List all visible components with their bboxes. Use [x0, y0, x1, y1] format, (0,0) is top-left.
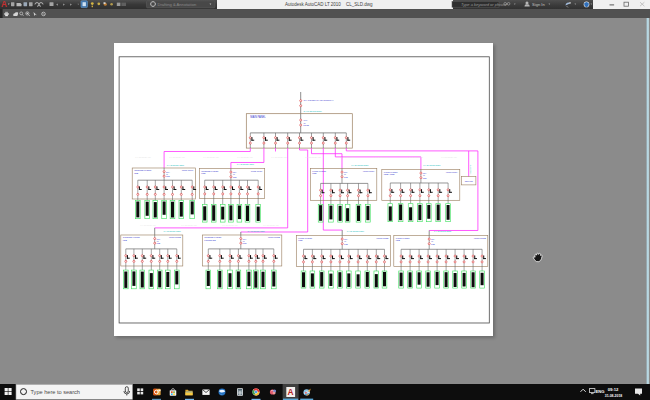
svg-text:GROUND FLOOR: GROUND FLOOR — [134, 169, 151, 171]
svg-text:1 X 2.5 Sq 20A SP: 1 X 2.5 Sq 20A SP — [407, 155, 423, 157]
svg-text:LDB: LDB — [134, 171, 139, 173]
svg-text:MCB: MCB — [166, 175, 171, 177]
svg-text:A: A — [288, 387, 294, 397]
svg-text:Incmg 7P63A: Incmg 7P63A — [181, 169, 194, 171]
svg-text:MCB: MCB — [232, 175, 237, 177]
svg-text:3 X 35 Sq.mm Cable: 3 X 35 Sq.mm Cable — [236, 163, 253, 165]
svg-text:FIRST FLOOR: FIRST FLOOR — [395, 236, 409, 238]
svg-text:1 X 2.5 Sq 20A SP: 1 X 2.5 Sq 20A SP — [169, 155, 185, 157]
svg-text:FIRST FLOOR: FIRST FLOOR — [298, 236, 312, 238]
svg-text:1 X 2.5 Sq 20A SP: 1 X 2.5 Sq 20A SP — [222, 223, 238, 225]
svg-text:1 X 2.5 Sq 20A SP: 1 X 2.5 Sq 20A SP — [271, 155, 287, 157]
svg-text:1 X 2.5 Sq 20A SP: 1 X 2.5 Sq 20A SP — [181, 223, 197, 225]
svg-text:GROUND FLOOR: GROUND FLOOR — [201, 169, 218, 171]
svg-text:1 X 2.5 Sq 20A SP: 1 X 2.5 Sq 20A SP — [140, 223, 156, 225]
svg-text:Incmg 7P63B: Incmg 7P63B — [268, 236, 281, 238]
svg-text:3 X 70 Sq.mm Cable: 3 X 70 Sq.mm Cable — [303, 109, 322, 111]
svg-text:1 X 2.5 Sq 20A SP: 1 X 2.5 Sq 20A SP — [237, 155, 253, 157]
svg-text:1 X 2.5 Sq 20A SP: 1 X 2.5 Sq 20A SP — [339, 155, 355, 157]
svg-text:GROUND FLOOR: GROUND FLOOR — [122, 236, 139, 238]
svg-text:GEN LINE: GEN LINE — [464, 179, 473, 181]
svg-text:3 X 35 Sq.mm Cable: 3 X 35 Sq.mm Cable — [423, 164, 440, 166]
svg-text:3 X 35 Sq.mm Cable: 3 X 35 Sq.mm Cable — [166, 164, 183, 166]
svg-text:MCB: MCB — [242, 242, 247, 244]
svg-text:Drafting & Annotation: Drafting & Annotation — [158, 2, 197, 7]
svg-text:1 X 2.5 Sq 20A SP: 1 X 2.5 Sq 20A SP — [373, 155, 389, 157]
svg-text:FIRST FLOOR: FIRST FLOOR — [383, 170, 397, 172]
svg-text:MCB: MCB — [422, 176, 427, 178]
svg-text:A: A — [1, 0, 7, 9]
svg-text:Incmg 7P63B: Incmg 7P63B — [474, 236, 487, 238]
svg-text:Incmg 7P63A: Incmg 7P63A — [250, 169, 263, 171]
svg-text:LDB: LDB — [201, 172, 206, 174]
svg-text:MCB: MCB — [343, 175, 348, 177]
svg-text:MAIN PANEL: MAIN PANEL — [250, 115, 266, 119]
svg-text:GROUND FLOOR: GROUND FLOOR — [204, 236, 221, 238]
svg-text:1 X 2.5 Sq 20A SP: 1 X 2.5 Sq 20A SP — [203, 155, 219, 157]
svg-text:1 X 2.5 Sq 20A SP: 1 X 2.5 Sq 20A SP — [263, 223, 279, 225]
svg-text:LDB: LDB — [298, 239, 303, 241]
svg-text:Type here to search: Type here to search — [31, 389, 80, 395]
svg-text:LDB: LDB — [395, 239, 400, 241]
svg-text:FDB/ACDB: FDB/ACDB — [383, 173, 394, 175]
svg-text:MCCB: MCCB — [303, 124, 309, 126]
svg-text:TH (FROM MAIN SUPPLY): TH (FROM MAIN SUPPLY) — [303, 99, 333, 102]
svg-text:Incmg 7P63A: Incmg 7P63A — [446, 170, 459, 172]
svg-text:3 X 35 Sq.mm Cable: 3 X 35 Sq.mm Cable — [247, 230, 264, 232]
svg-text:Autodesk AutoCAD LT 2010: Autodesk AutoCAD LT 2010 — [285, 2, 341, 7]
svg-text:09:12: 09:12 — [608, 387, 619, 392]
svg-text:3 X 35 Sq.mm Cable: 3 X 35 Sq.mm Cable — [351, 164, 368, 166]
svg-text:MCB: MCB — [156, 242, 161, 244]
svg-text:3 X 35 Sq.mm Cable: 3 X 35 Sq.mm Cable — [434, 230, 451, 232]
svg-text:MCB: MCB — [431, 242, 436, 244]
svg-text:MCB: MCB — [344, 242, 349, 244]
svg-text:3 X 35 Sq.mm Cable: 3 X 35 Sq.mm Cable — [346, 230, 363, 232]
svg-text:Incmg 7P63A: Incmg 7P63A — [363, 169, 376, 171]
svg-text:LDB: LDB — [122, 238, 127, 240]
svg-text:1X35 Sq.mm: 1X35 Sq.mm — [469, 163, 471, 174]
svg-text:1 X 2.5 Sq 20A SP: 1 X 2.5 Sq 20A SP — [441, 155, 457, 157]
svg-text:1 X 2.5 Sq 20A SP: 1 X 2.5 Sq 20A SP — [305, 155, 321, 157]
svg-text:Sign In: Sign In — [532, 2, 545, 7]
svg-text:1 X 2.5 Sq 20A SP: 1 X 2.5 Sq 20A SP — [135, 155, 151, 157]
svg-text:ENG: ENG — [596, 389, 605, 394]
svg-text:Incmg 7P63B: Incmg 7P63B — [376, 236, 389, 238]
svg-text:Incmg 7P63B: Incmg 7P63B — [169, 236, 182, 238]
svg-text:POWER DB: POWER DB — [204, 238, 216, 240]
svg-text:FIRST FLOOR: FIRST FLOOR — [312, 169, 326, 171]
svg-text:FDB: FDB — [312, 172, 317, 174]
svg-text:Type a keyword or phrase: Type a keyword or phrase — [461, 2, 508, 7]
svg-text:3 X 35 Sq.mm Cable: 3 X 35 Sq.mm Cable — [163, 230, 180, 232]
svg-text:CL_SLD.dwg: CL_SLD.dwg — [346, 2, 373, 7]
svg-text:31-08-2018: 31-08-2018 — [605, 394, 622, 398]
